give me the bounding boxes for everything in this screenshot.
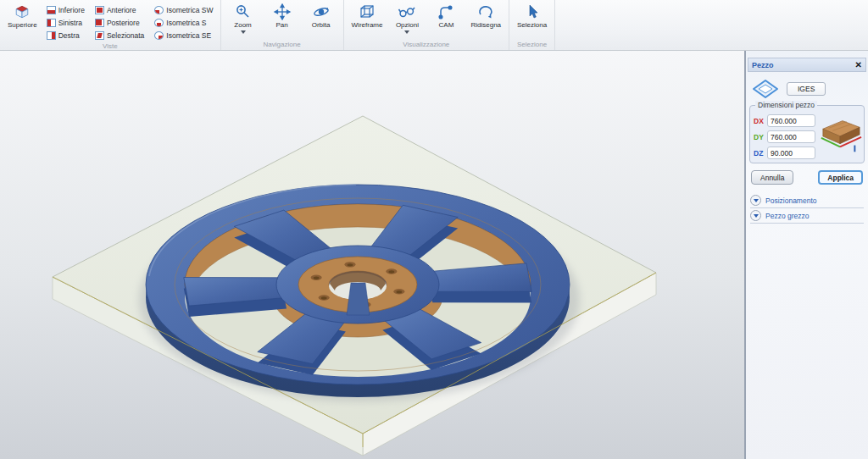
workpiece-plane-icon (751, 78, 780, 100)
ridisegna-button[interactable]: Ridisegna (468, 2, 504, 30)
close-icon[interactable]: ✕ (855, 61, 862, 69)
cube-back-face-icon (95, 19, 104, 27)
view-isometrica-s-button[interactable]: Isometrica S (153, 17, 214, 29)
dim-row-dx: DX (754, 114, 815, 127)
view-superiore-button[interactable]: Superiore (5, 2, 40, 30)
view-buttons-grid: Inferiore Sinistra Destra Anteriore Post… (45, 4, 215, 41)
redraw-icon (476, 3, 495, 20)
app-window: Superiore Inferiore Sinistra Destra Ante… (0, 0, 868, 459)
dim-row-dy: DY (754, 130, 815, 143)
dz-input[interactable] (767, 147, 815, 159)
ribbon-group-navigazione: Zoom Pan Or (221, 0, 344, 50)
wireframe-icon (358, 3, 376, 20)
stock-preview (819, 114, 863, 159)
isometric-sw-icon (154, 6, 164, 14)
view-posteriore-button[interactable]: Posteriore (93, 17, 146, 29)
cube-selected-face-icon (95, 31, 104, 40)
dimensions-groupbox: Dimensioni pezzo DX DY DZ (749, 105, 865, 163)
view-isometrica-se-button[interactable]: Isometrica SE (153, 30, 214, 41)
view-sinistra-button[interactable]: Sinistra (45, 17, 86, 29)
button-label: Superiore (8, 21, 37, 29)
wheel-part (139, 185, 580, 401)
format-row: IGES (751, 78, 865, 100)
pezzo-panel: Pezzo ✕ IGES Dimensioni pezzo DX (744, 51, 868, 459)
dimensions-title: Dimensioni pezzo (755, 101, 817, 109)
zoom-button[interactable]: Zoom (226, 2, 260, 36)
orbit-button[interactable]: Orbita (304, 2, 338, 30)
cube-right-face-icon (47, 31, 56, 40)
view-inferiore-button[interactable]: Inferiore (45, 4, 86, 16)
dropdown-caret-icon (241, 30, 246, 34)
dy-label: DY (754, 133, 765, 141)
opzioni-button[interactable]: Opzioni (390, 2, 424, 36)
section-posizionamento[interactable]: Posizionamento (750, 193, 864, 208)
cube-top-view-icon (13, 3, 31, 20)
ribbon-group-viste: Superiore Inferiore Sinistra Destra Ante… (0, 0, 221, 50)
glasses-options-icon (398, 3, 416, 20)
view-destra-button[interactable]: Destra (45, 30, 86, 41)
isometric-se-icon (154, 31, 164, 40)
wireframe-button[interactable]: Wireframe (349, 2, 386, 30)
view-isometrica-sw-button[interactable]: Isometrica SW (153, 4, 214, 16)
ribbon-group-label: Selezione (515, 40, 549, 50)
ribbon-toolbar: Superiore Inferiore Sinistra Destra Ante… (0, 0, 868, 51)
cancel-button[interactable]: Annulla (751, 170, 793, 185)
cube-bottom-face-icon (47, 6, 56, 14)
orbit-icon (312, 3, 331, 20)
ribbon-group-label: Visualizzazione (349, 40, 504, 50)
select-cursor-icon (523, 3, 542, 20)
dx-input[interactable] (767, 114, 815, 127)
section-pezzo-grezzo[interactable]: Pezzo grezzo (750, 208, 864, 224)
dropdown-caret-icon (404, 30, 409, 34)
zoom-icon (234, 3, 253, 20)
cube-left-face-icon (47, 19, 56, 27)
cam-button[interactable]: CAM (429, 2, 463, 30)
panel-title: Pezzo (752, 61, 774, 69)
ribbon-group-visualizzazione: Wireframe Opzioni CAM (344, 0, 509, 50)
cube-front-face-icon (95, 6, 104, 14)
seleziona-button[interactable]: Seleziona (515, 2, 549, 30)
chevron-down-icon (750, 210, 761, 221)
viewport-3d[interactable] (0, 51, 744, 459)
format-iges-button[interactable]: IGES (787, 82, 826, 96)
panel-buttons: Annulla Applica (751, 170, 863, 185)
view-selezionata-button[interactable]: Selezionata (93, 30, 146, 41)
dz-label: DZ (754, 149, 765, 158)
viewport-scene (0, 51, 744, 459)
ribbon-group-label: Navigazione (226, 40, 338, 50)
stock-board-icon (819, 116, 863, 155)
dx-label: DX (754, 117, 765, 125)
dy-input[interactable] (767, 130, 815, 143)
apply-button[interactable]: Applica (818, 170, 863, 185)
panel-header: Pezzo ✕ (748, 58, 866, 72)
pan-button[interactable]: Pan (265, 2, 299, 30)
view-anteriore-button[interactable]: Anteriore (93, 4, 146, 16)
ribbon-group-selezione: Seleziona Selezione (509, 0, 555, 50)
dim-row-dz: DZ (754, 147, 815, 159)
pan-icon (273, 3, 292, 20)
chevron-down-icon (750, 195, 761, 206)
cam-path-icon (437, 3, 455, 20)
isometric-s-icon (154, 19, 164, 27)
